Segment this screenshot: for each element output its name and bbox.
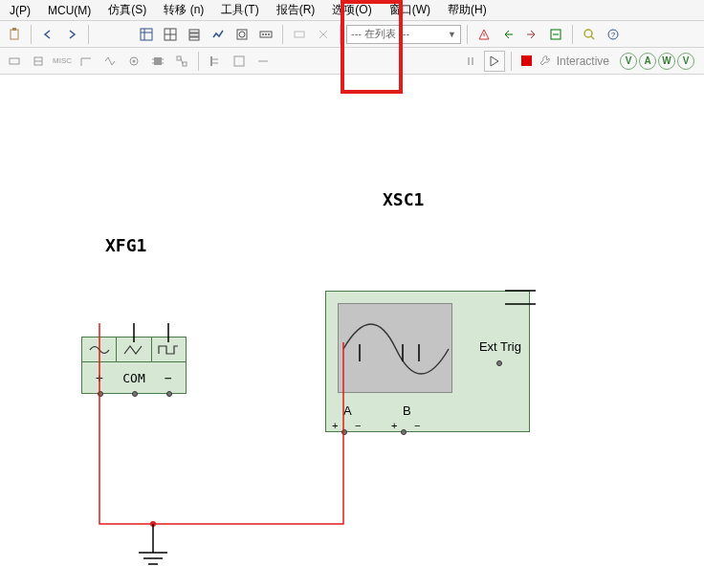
svg-rect-0	[11, 30, 18, 39]
channel-a-label: A	[343, 403, 352, 418]
sine-wave-icon[interactable]	[82, 338, 117, 361]
menu-tools[interactable]: 工具(T)	[213, 0, 266, 21]
stop-icon[interactable]	[521, 55, 532, 66]
toolbar-main: --- 在列表 --- ▼ ?	[0, 21, 704, 48]
pause-icon	[460, 51, 481, 72]
undo-icon[interactable]	[37, 24, 58, 45]
probe-badges: V A W V	[620, 53, 694, 70]
menu-label: 选项(O)	[332, 3, 371, 16]
svg-rect-26	[10, 58, 19, 64]
dropdown-text: --- 在列表 ---	[351, 27, 409, 41]
menu-reports[interactable]: 报告(R)	[269, 0, 323, 21]
pin-ext-trig[interactable]	[496, 360, 502, 366]
separator	[467, 25, 468, 44]
chevron-down-icon: ▼	[448, 30, 456, 39]
svg-rect-8	[189, 30, 199, 33]
component-wizard-icon	[289, 24, 310, 45]
pin-com[interactable]	[132, 391, 138, 397]
channel-b-label: B	[403, 403, 411, 418]
rf-icon[interactable]	[76, 51, 97, 72]
design-toolbox-icon[interactable]	[136, 24, 157, 45]
menu-label: 帮助(H)	[448, 3, 487, 16]
pol-b-plus: +	[391, 420, 397, 431]
svg-rect-2	[141, 29, 152, 40]
menu-mcu[interactable]: MCU(M)	[40, 1, 99, 20]
separator	[340, 25, 341, 44]
text-icon[interactable]	[253, 51, 274, 72]
electromech-icon[interactable]	[99, 51, 121, 72]
menu-options[interactable]: 选项(O)	[324, 0, 379, 21]
svg-rect-17	[295, 32, 304, 37]
menu-transfer[interactable]: 转移 (n)	[156, 0, 211, 21]
connector-icon[interactable]	[123, 51, 144, 72]
help-icon[interactable]: ?	[603, 24, 624, 45]
svg-point-22	[584, 30, 592, 37]
square-wave-icon[interactable]	[152, 338, 186, 361]
pin-ch-b[interactable]	[401, 429, 407, 435]
svg-text:?: ?	[611, 31, 616, 39]
misc-icon[interactable]: MISC	[52, 51, 73, 72]
sim-mode-label: Interactive	[557, 54, 609, 68]
menu-simulate[interactable]: 仿真(S)	[100, 0, 154, 21]
breadboard-icon[interactable]	[255, 24, 276, 45]
separator	[511, 52, 512, 71]
svg-line-38	[181, 58, 183, 64]
spreadsheet-icon[interactable]	[160, 24, 181, 45]
menu-j[interactable]: J(P)	[2, 1, 38, 20]
separator	[31, 25, 32, 44]
svg-rect-9	[189, 33, 199, 36]
grapher-icon[interactable]	[208, 24, 229, 45]
ultiboard-icon[interactable]	[545, 24, 566, 45]
postprocessor-icon[interactable]	[231, 24, 253, 45]
svg-rect-1	[12, 28, 16, 31]
svg-point-30	[133, 59, 136, 62]
svg-point-16	[268, 33, 270, 35]
hier-block-icon[interactable]	[171, 51, 192, 72]
menu-window[interactable]: 窗口(W)	[382, 0, 438, 21]
probe-a-icon[interactable]: A	[639, 53, 656, 70]
menu-label: 工具(T)	[221, 3, 258, 16]
forward-annotate-icon[interactable]	[521, 24, 542, 45]
menu-label: 仿真(S)	[108, 3, 146, 16]
plus-terminal: +	[82, 371, 117, 385]
svg-point-15	[265, 33, 267, 35]
back-annotate-icon[interactable]	[497, 24, 518, 45]
basic-icon[interactable]	[28, 51, 49, 72]
erc-icon[interactable]	[473, 24, 495, 45]
oscilloscope-xsc1[interactable]: Ext Trig A B + − + −	[325, 291, 530, 432]
bus-icon[interactable]	[205, 51, 226, 72]
minus-terminal: −	[151, 371, 186, 385]
svg-rect-10	[189, 37, 199, 40]
probe-v-icon[interactable]: V	[620, 53, 637, 70]
source-icon[interactable]	[4, 51, 25, 72]
pin-ch-a[interactable]	[341, 429, 347, 435]
junction-icon[interactable]	[229, 51, 250, 72]
svg-point-12	[239, 32, 245, 37]
in-use-list-dropdown[interactable]: --- 在列表 --- ▼	[346, 25, 461, 44]
pol-a-minus: −	[355, 420, 361, 431]
menu-help[interactable]: 帮助(H)	[440, 0, 495, 21]
probe-v2-icon[interactable]: V	[677, 53, 694, 70]
triangle-wave-icon[interactable]	[117, 338, 151, 361]
search-icon[interactable]	[579, 24, 600, 45]
menu-label: 转移 (n)	[164, 3, 204, 16]
database-icon[interactable]	[184, 24, 205, 45]
paste-icon[interactable]	[4, 24, 25, 45]
schematic-canvas[interactable]: XFG1 + COM − XSC1 Ext Trig A B + − + −	[0, 75, 704, 588]
pin-plus[interactable]	[98, 391, 103, 397]
menu-label: MCU(M)	[48, 4, 91, 17]
toolbar-components: MISC Interactive V A W V	[0, 48, 704, 75]
terminal-row: + COM −	[82, 362, 186, 393]
redo-icon[interactable]	[61, 24, 82, 45]
wrench-icon	[539, 54, 552, 68]
function-generator-xfg1[interactable]: + COM −	[81, 337, 187, 394]
separator	[572, 25, 573, 44]
pin-minus[interactable]	[166, 391, 172, 397]
probe-w-icon[interactable]: W	[658, 53, 675, 70]
separator	[88, 25, 89, 44]
mcu-icon[interactable]	[147, 51, 168, 72]
run-button[interactable]	[484, 51, 505, 72]
svg-point-46	[150, 521, 156, 527]
menu-label: 窗口(W)	[389, 3, 430, 16]
svg-point-14	[262, 33, 264, 35]
